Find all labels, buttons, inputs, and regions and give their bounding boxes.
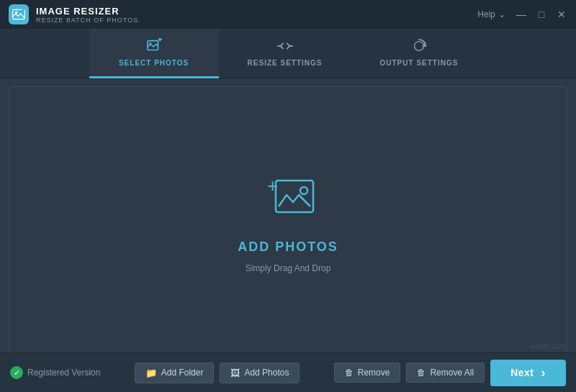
remove-btn-label: Remove xyxy=(358,368,390,378)
maximize-button[interactable]: □ xyxy=(536,9,547,20)
add-photos-button[interactable]: 🖼 Add Photos xyxy=(220,363,300,383)
app-icon xyxy=(9,4,29,24)
title-bar: IMAGE RESIZER RESIZE BATCH OF PHOTOS Hel… xyxy=(0,0,576,29)
minimize-button[interactable]: — xyxy=(516,9,527,20)
remove-all-btn-label: Remove All xyxy=(430,368,474,378)
tabs-bar: SELECT PHOTOS RESIZE SETTINGS OUTPUT SET… xyxy=(0,29,576,79)
tab-select-photos-label: SELECT PHOTOS xyxy=(119,59,189,67)
tab-select-photos[interactable]: SELECT PHOTOS xyxy=(89,29,219,78)
svg-point-3 xyxy=(149,42,151,45)
add-folder-label: Add Folder xyxy=(161,368,204,378)
next-chevron-icon: › xyxy=(541,365,546,380)
registered-status-final: ✓ Registered Version xyxy=(10,366,100,379)
remove-all-icon: 🗑 xyxy=(417,368,426,378)
add-photos-sublabel: Simply Drag And Drop xyxy=(246,263,331,273)
photo-icon: 🖼 xyxy=(230,368,240,378)
drop-area: + ADD PHOTOS Simply Drag And Drop xyxy=(238,173,338,273)
title-bar-right: Help ⌄ — □ ✕ xyxy=(477,9,567,20)
add-photos-label: ADD PHOTOS xyxy=(238,240,338,255)
watermark: wscdn.com xyxy=(530,342,566,350)
select-photos-icon xyxy=(146,38,162,56)
tab-resize-settings[interactable]: RESIZE SETTINGS xyxy=(219,29,351,78)
next-btn-final[interactable]: Next › xyxy=(490,360,566,386)
drop-zone[interactable]: + ADD PHOTOS Simply Drag And Drop xyxy=(9,86,567,360)
remove-icon: 🗑 xyxy=(345,368,354,378)
title-text: IMAGE RESIZER RESIZE BATCH OF PHOTOS xyxy=(36,6,138,24)
registered-version-label: Registered Version xyxy=(27,368,100,378)
add-folder-button[interactable]: 📁 Add Folder xyxy=(135,363,215,383)
app-title: IMAGE RESIZER xyxy=(36,6,138,17)
svg-point-4 xyxy=(415,42,424,51)
next-btn-label: Next xyxy=(510,367,534,378)
help-menu[interactable]: Help ⌄ xyxy=(477,9,505,19)
svg-rect-6 xyxy=(276,181,313,212)
tab-output-settings-label: OUTPUT SETTINGS xyxy=(380,59,459,67)
app-subtitle: RESIZE BATCH OF PHOTOS xyxy=(36,17,138,24)
add-photos-icon: + xyxy=(256,173,320,231)
window-controls: — □ ✕ xyxy=(516,9,567,20)
add-photos-btn-label: Add Photos xyxy=(244,368,289,378)
folder-icon: 📁 xyxy=(145,368,157,378)
resize-settings-icon xyxy=(277,38,293,56)
tab-resize-settings-label: RESIZE SETTINGS xyxy=(248,59,323,67)
remove-btn-final[interactable]: 🗑 Remove xyxy=(334,363,401,383)
output-settings-icon xyxy=(411,38,427,56)
remove-all-btn-final[interactable]: 🗑 Remove All xyxy=(406,363,485,383)
registered-check-icon: ✓ xyxy=(10,366,23,379)
title-bar-left: IMAGE RESIZER RESIZE BATCH OF PHOTOS xyxy=(9,4,138,24)
tab-output-settings[interactable]: OUTPUT SETTINGS xyxy=(351,29,487,78)
svg-point-7 xyxy=(300,187,307,194)
close-button[interactable]: ✕ xyxy=(556,9,567,20)
